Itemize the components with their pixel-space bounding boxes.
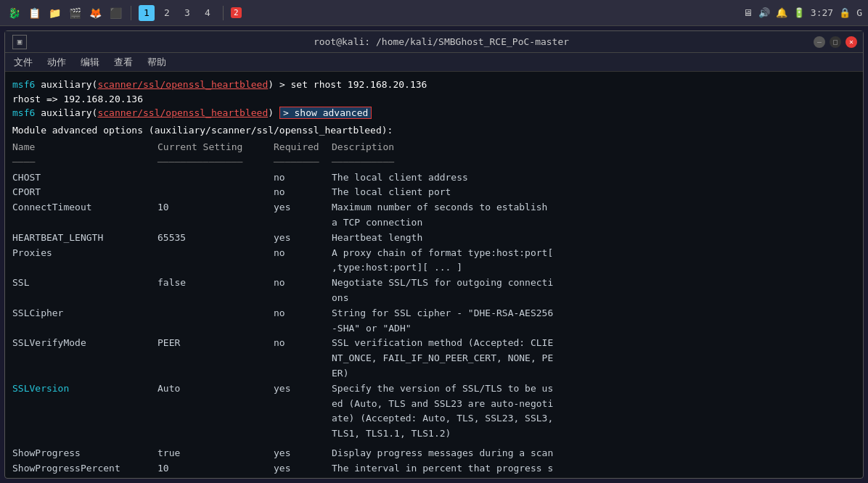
prompt-module-1: auxiliary(scanner/ssl/openssl_heartbleed… — [41, 79, 274, 90]
terminal-close-button[interactable]: ✕ — [846, 36, 857, 48]
show-advanced-cmd: > show advanced — [279, 107, 372, 119]
taskbar-badge: 2 — [231, 7, 242, 18]
row-ct-required: yes — [274, 200, 332, 231]
row-spp-setting: 10 — [157, 461, 274, 478]
terminal-line-show-advanced: msf6 auxiliary(scanner/ssl/openssl_heart… — [12, 106, 856, 120]
row-chost-required: no — [274, 170, 332, 186]
taskbar-icon-folder[interactable]: 📁 — [46, 5, 62, 21]
taskbar-tab-1[interactable]: 1 — [139, 5, 155, 21]
taskbar-icon-firefox[interactable]: 🦊 — [87, 5, 103, 21]
taskbar-icon-bell: 🔔 — [776, 7, 787, 18]
row-ct-desc: Maximum number of seconds to establisha … — [332, 200, 856, 231]
taskbar-icon-video[interactable]: 🎬 — [67, 5, 83, 21]
row-cport-name: CPORT — [12, 185, 157, 200]
terminal-line-set-rhost: msf6 auxiliary(scanner/ssl/openssl_heart… — [12, 78, 856, 92]
col-header-required: Required — [274, 140, 332, 155]
taskbar-icon-volume: 🔊 — [758, 7, 770, 18]
terminal-line-rhost-output: rhost => 192.168.20.136 — [12, 92, 856, 107]
terminal-menubar: 文件 动作 编辑 查看 帮助 — [5, 53, 863, 72]
terminal-title: root@kali: /home/kali/SMBGhost_RCE_PoC-m… — [27, 36, 856, 47]
row-sp-setting: true — [157, 446, 274, 461]
row-sslc-setting — [157, 306, 274, 337]
menu-file[interactable]: 文件 — [11, 54, 36, 70]
terminal-minimize-button[interactable]: — — [814, 36, 825, 48]
row-cport-desc: The local client port — [332, 185, 856, 200]
terminal-window: ▣ root@kali: /home/kali/SMBGhost_RCE_PoC… — [4, 30, 864, 479]
row-sslver-name: SSLVersion — [12, 381, 157, 442]
row-hb-setting: 65535 — [157, 231, 274, 246]
row-sslver-desc: Specify the version of SSL/TLS to be use… — [332, 381, 856, 442]
terminal-body[interactable]: msf6 auxiliary(scanner/ssl/openssl_heart… — [5, 72, 863, 478]
table-row-showprogress: ShowProgress true yes Display progress m… — [12, 446, 856, 461]
row-spp-name: ShowProgressPercent — [12, 461, 157, 478]
terminal-maximize-button[interactable]: □ — [830, 36, 841, 48]
taskbar-icon-dragon[interactable]: 🐉 — [6, 5, 22, 21]
rhost-output: rhost => 192.168.20.136 — [12, 94, 143, 104]
menu-view[interactable]: 查看 — [111, 54, 136, 70]
row-sslver-setting: Auto — [157, 381, 274, 442]
taskbar: 🐉 📋 📁 🎬 🦊 ⬛ 1 2 3 4 2 🖥 🔊 🔔 🔋 3:27 🔒 G — [0, 0, 868, 26]
menu-help[interactable]: 帮助 — [144, 54, 169, 70]
menu-edit[interactable]: 编辑 — [78, 54, 102, 70]
row-ct-name: ConnectTimeout — [12, 200, 157, 231]
taskbar-tab-3[interactable]: 3 — [179, 5, 195, 21]
terminal-titlebar: ▣ root@kali: /home/kali/SMBGhost_RCE_PoC… — [5, 31, 863, 53]
sep-required: ──────── — [274, 155, 332, 170]
row-sp-name: ShowProgress — [12, 446, 157, 461]
col-header-name: Name — [12, 140, 157, 155]
row-sp-required: yes — [274, 446, 332, 461]
terminal-controls: — □ ✕ — [814, 36, 857, 48]
row-ssl-setting: false — [157, 276, 274, 306]
table-row-proxies: Proxies no A proxy chain of format type:… — [12, 246, 856, 276]
taskbar-icon-lock: 🔒 — [839, 7, 851, 18]
row-prx-name: Proxies — [12, 246, 157, 276]
table-row-connect-timeout: ConnectTimeout 10 yes Maximum number of … — [12, 200, 856, 231]
row-sslc-desc: String for SSL cipher - "DHE-RSA-AES256-… — [332, 306, 856, 337]
row-ssl-desc: Negotiate SSL/TLS for outgoing connectio… — [332, 276, 856, 306]
row-sslver-required: yes — [274, 381, 332, 442]
row-spp-required: yes — [274, 461, 332, 478]
taskbar-icon-screen: 🖥 — [743, 7, 753, 18]
row-sslv-setting: PEER — [157, 336, 274, 381]
row-sslv-required: no — [274, 336, 332, 381]
taskbar-icon-terminal[interactable]: ⬛ — [107, 5, 123, 21]
table-row-sslverify: SSLVerifyMode PEER no SSL verification m… — [12, 336, 856, 381]
prompt-msf6-2: msf6 — [12, 107, 35, 118]
terminal-icon[interactable]: ▣ — [12, 35, 27, 49]
row-prx-required: no — [274, 246, 332, 276]
row-hb-required: yes — [274, 231, 332, 246]
row-prx-desc: A proxy chain of format type:host:port[,… — [332, 246, 856, 276]
row-sslv-name: SSLVerifyMode — [12, 336, 157, 381]
table-separator: ──── ─────────────── ──────── ──────────… — [12, 155, 856, 170]
module-title-text: Module advanced options (auxiliary/scann… — [12, 125, 393, 136]
taskbar-separator-2 — [223, 6, 224, 20]
taskbar-tab-2[interactable]: 2 — [159, 5, 175, 21]
table-row-cport: CPORT no The local client port — [12, 185, 856, 200]
row-sslc-required: no — [274, 306, 332, 337]
table-header-row: Name Current Setting Required Descriptio… — [12, 140, 856, 155]
row-hb-desc: Heartbeat length — [332, 231, 856, 246]
table-row-heartbeat: HEARTBEAT_LENGTH 65535 yes Heartbeat len… — [12, 231, 856, 246]
module-title-line: Module advanced options (auxiliary/scann… — [12, 123, 856, 138]
prompt-module-2: auxiliary(scanner/ssl/openssl_heartbleed… — [41, 107, 274, 118]
prompt-arrow-1: > set rhost 192.168.20.136 — [279, 79, 427, 90]
taskbar-tab-4[interactable]: 4 — [200, 5, 216, 21]
row-chost-desc: The local client address — [332, 170, 856, 186]
row-sslv-desc: SSL verification method (Accepted: CLIEN… — [332, 336, 856, 381]
row-spp-desc: The interval in percent that progress sh… — [332, 461, 856, 478]
taskbar-separator — [131, 6, 131, 20]
options-table: Name Current Setting Required Descriptio… — [12, 140, 856, 478]
row-chost-setting — [157, 170, 274, 186]
table-row-showprogresspct: ShowProgressPercent 10 yes The interval … — [12, 461, 856, 478]
row-ssl-name: SSL — [12, 276, 157, 306]
taskbar-icon-clipboard[interactable]: 📋 — [26, 5, 42, 21]
prompt-msf6-1: msf6 — [12, 79, 35, 90]
menu-action[interactable]: 动作 — [44, 54, 69, 70]
sep-name: ──── — [12, 155, 157, 170]
taskbar-icon-g: G — [856, 7, 862, 18]
row-hb-name: HEARTBEAT_LENGTH — [12, 231, 157, 246]
row-prx-setting — [157, 246, 274, 276]
taskbar-icon-battery: 🔋 — [793, 7, 805, 18]
taskbar-time: 3:27 — [811, 7, 833, 18]
row-sp-desc: Display progress messages during a scan — [332, 446, 856, 461]
